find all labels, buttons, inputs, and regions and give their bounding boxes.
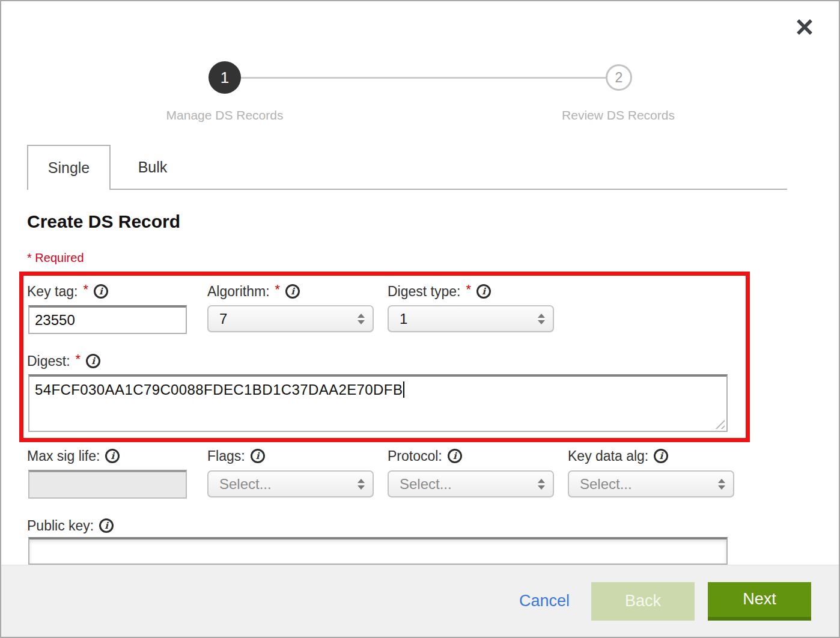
info-icon[interactable]: i: [105, 449, 120, 463]
key-data-alg-label-text: Key data alg:: [568, 448, 648, 464]
algorithm-label: Algorithm: * i: [207, 282, 300, 300]
key-tag-label: Key tag: * i: [27, 282, 108, 300]
info-icon[interactable]: i: [99, 518, 114, 533]
tab-bulk[interactable]: Bulk: [111, 145, 195, 190]
key-data-alg-select-value: Select...: [580, 476, 632, 493]
digest-label-text: Digest:: [27, 353, 70, 369]
info-icon[interactable]: i: [476, 284, 491, 299]
digest-type-label: Digest type: * i: [388, 282, 491, 300]
algorithm-label-text: Algorithm:: [207, 284, 270, 300]
select-arrows-icon: [538, 314, 545, 324]
flags-select-value: Select...: [219, 476, 272, 493]
info-icon[interactable]: i: [86, 354, 100, 368]
digest-value: 54FCF030AA1C79C0088FDEC1BD1C37DAA2E70DFB: [35, 381, 403, 398]
flags-label: Flags: i: [207, 447, 265, 465]
required-note: * Required: [27, 251, 84, 265]
max-sig-life-label: Max sig life: i: [27, 447, 120, 465]
info-icon[interactable]: i: [285, 284, 300, 299]
info-icon[interactable]: i: [448, 449, 462, 463]
step-1-indicator: 1: [208, 61, 241, 94]
max-sig-life-label-text: Max sig life:: [27, 448, 100, 464]
modal-footer: Cancel Back Next: [1, 565, 839, 637]
next-button[interactable]: Next: [708, 582, 811, 621]
digest-textarea[interactable]: 54FCF030AA1C79C0088FDEC1BD1C37DAA2E70DFB: [28, 374, 728, 432]
max-sig-life-input: [28, 470, 187, 499]
digest-type-label-text: Digest type:: [388, 284, 460, 300]
required-asterisk: *: [76, 351, 81, 367]
protocol-label-text: Protocol:: [388, 448, 442, 464]
required-asterisk: *: [466, 282, 471, 297]
tab-single[interactable]: Single: [27, 145, 111, 190]
protocol-select-value: Select...: [400, 476, 452, 493]
required-asterisk: *: [83, 282, 88, 297]
select-arrows-icon: [718, 479, 725, 490]
info-icon[interactable]: i: [251, 449, 265, 463]
select-arrows-icon: [358, 479, 365, 490]
key-data-alg-label: Key data alg: i: [568, 447, 668, 465]
algorithm-select[interactable]: 7: [207, 305, 374, 332]
flags-select[interactable]: Select...: [207, 470, 374, 497]
key-tag-label-text: Key tag:: [27, 284, 78, 300]
step-1-label: Manage DS Records: [135, 108, 315, 123]
protocol-select[interactable]: Select...: [388, 470, 554, 497]
step-2-label: Review DS Records: [528, 108, 708, 123]
digest-type-select[interactable]: 1: [388, 305, 554, 332]
digest-label: Digest: * i: [27, 352, 100, 370]
step-2-indicator: 2: [606, 64, 632, 91]
select-arrows-icon: [358, 314, 365, 324]
create-ds-record-modal: 1 2 Manage DS Records Review DS Records …: [0, 0, 840, 638]
close-button[interactable]: [796, 18, 814, 36]
page-title: Create DS Record: [27, 211, 180, 232]
back-button: Back: [591, 582, 695, 621]
protocol-label: Protocol: i: [388, 447, 462, 465]
stepper-connector-line: [240, 77, 606, 79]
key-tag-input[interactable]: [28, 305, 187, 334]
key-data-alg-select[interactable]: Select...: [568, 470, 734, 497]
text-cursor: [403, 381, 404, 398]
cancel-button[interactable]: Cancel: [519, 592, 570, 610]
algorithm-select-value: 7: [219, 311, 227, 327]
public-key-label: Public key: i: [27, 517, 114, 535]
info-icon[interactable]: i: [654, 449, 668, 463]
public-key-textarea[interactable]: [28, 537, 728, 565]
resize-handle-icon[interactable]: [715, 419, 725, 429]
info-icon[interactable]: i: [94, 284, 108, 299]
flags-label-text: Flags:: [207, 448, 245, 464]
required-asterisk: *: [275, 282, 281, 297]
select-arrows-icon: [538, 479, 545, 490]
tab-bar-divider: [110, 189, 787, 190]
close-icon: [797, 19, 812, 35]
digest-type-select-value: 1: [400, 311, 407, 327]
public-key-label-text: Public key:: [27, 518, 94, 534]
